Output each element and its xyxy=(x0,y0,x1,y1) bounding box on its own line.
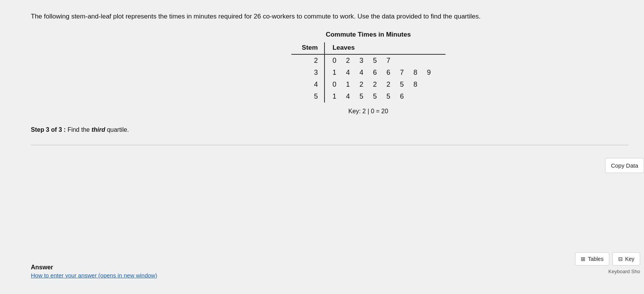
stem-cell-2: 4 xyxy=(291,79,325,91)
leaves-cell-3: 1 4 5 5 5 6 xyxy=(325,91,446,102)
keyboard-icon: ⊟ xyxy=(618,256,623,262)
step-section: Step 3 of 3 : Find the third quartile. xyxy=(31,126,629,133)
tables-icon: ⊞ xyxy=(581,256,585,262)
problem-text: The following stem-and-leaf plot represe… xyxy=(31,8,629,22)
stem-cell-0: 2 xyxy=(291,54,325,67)
answer-label: Answer xyxy=(31,264,53,270)
plot-title: Commute Times in Minutes xyxy=(326,31,411,39)
table-row: 4 0 1 2 2 2 5 8 xyxy=(291,79,446,91)
copy-data-button[interactable]: Copy Data xyxy=(605,158,644,173)
leaves-cell-1: 1 4 4 6 6 7 8 9 xyxy=(325,67,446,79)
answer-section: Answer How to enter your answer (opens i… xyxy=(31,264,157,279)
bottom-buttons: ⊞ Tables ⊟ Key Keyboard Sho xyxy=(575,252,640,275)
key-text: Key: 2 | 0 = 20 xyxy=(348,108,388,115)
keyboard-shortcut-text: Keyboard Sho xyxy=(609,268,640,275)
tables-button[interactable]: ⊞ Tables xyxy=(575,252,609,265)
step-label: Step 3 of 3 : xyxy=(31,126,66,133)
stem-header: Stem xyxy=(291,42,325,54)
button-row: ⊞ Tables ⊟ Key xyxy=(575,252,640,265)
step-suffix: quartile. xyxy=(105,126,129,133)
stem-leaf-table: Stem Leaves 2 0 2 3 5 7 3 1 4 4 6 6 7 8 … xyxy=(291,42,446,102)
tables-label: Tables xyxy=(588,256,603,262)
leaves-cell-2: 0 1 2 2 2 5 8 xyxy=(325,79,446,91)
main-container: The following stem-and-leaf plot represe… xyxy=(0,0,644,294)
stem-cell-1: 3 xyxy=(291,67,325,79)
section-divider xyxy=(31,145,629,145)
table-row: 3 1 4 4 6 6 7 8 9 xyxy=(291,67,446,79)
leaves-header: Leaves xyxy=(325,42,446,54)
table-row: 2 0 2 3 5 7 xyxy=(291,54,446,67)
keyboard-label: Key xyxy=(625,256,634,262)
step-text: Find the xyxy=(67,126,91,133)
keyboard-button[interactable]: ⊟ Key xyxy=(612,252,640,265)
step-emphasis: third xyxy=(91,126,105,133)
leaves-cell-0: 0 2 3 5 7 xyxy=(325,54,446,67)
answer-link[interactable]: How to enter your answer (opens in new w… xyxy=(31,272,157,279)
stem-leaf-section: Commute Times in Minutes Stem Leaves 2 0… xyxy=(108,31,629,115)
table-header-row: Stem Leaves xyxy=(291,42,446,54)
table-row: 5 1 4 5 5 5 6 xyxy=(291,91,446,102)
table-body: 2 0 2 3 5 7 3 1 4 4 6 6 7 8 9 4 0 1 2 2 … xyxy=(291,54,446,102)
stem-cell-3: 5 xyxy=(291,91,325,102)
